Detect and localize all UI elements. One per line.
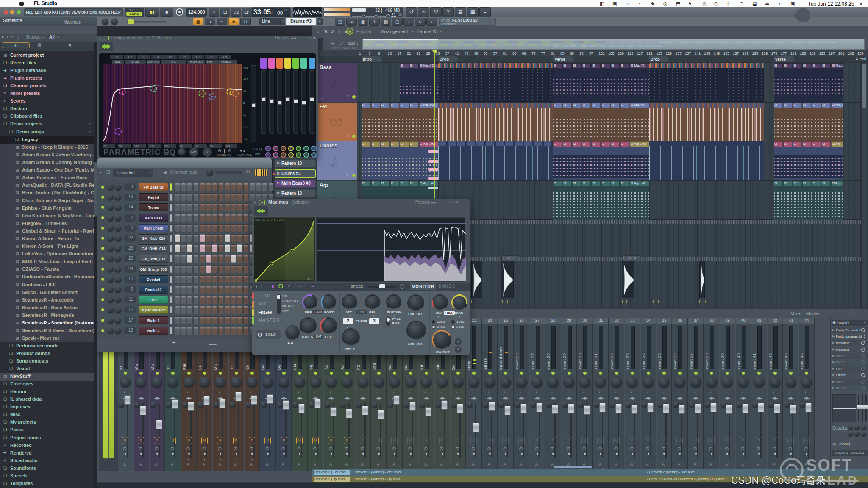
mixer-strip-clock-icon[interactable]: ◷ (582, 446, 586, 451)
mixer-strip-fader-handle[interactable] (473, 423, 479, 432)
mixer-strip[interactable]: 36Insert 36↕◀▶⚲◷A (672, 318, 687, 471)
mixer-strip-led[interactable] (757, 372, 761, 375)
channel-selector[interactable] (170, 214, 172, 222)
song-label[interactable]: SONG (126, 12, 142, 16)
mixer-strip-volume-knob[interactable] (579, 377, 590, 388)
mixer-strip-fader-handle[interactable] (758, 403, 764, 412)
mixer-strip-pan-icon[interactable]: ◀▶ (598, 396, 604, 400)
clip-header[interactable]: ⊟ Arp ..#2 (630, 181, 649, 186)
clip-header[interactable]: ⊟ (582, 141, 591, 147)
step-cell[interactable] (268, 183, 273, 191)
tray-icon-12[interactable]: ⬓ (752, 1, 757, 6)
mixer-strip-updown-icon[interactable]: ↕ (804, 390, 806, 393)
tray-icon-4[interactable]: ♞ (651, 1, 655, 6)
step-cell[interactable] (193, 306, 198, 314)
mixer-strip-name[interactable]: intro drums (499, 325, 503, 370)
eq-band-handle-2[interactable]: 2 (119, 88, 126, 95)
dry-level-chip[interactable]: Reeverb 2 (..ry level (314, 477, 350, 482)
mixer-strip-led[interactable] (139, 372, 143, 375)
clip-header[interactable]: ⊟ (563, 141, 572, 147)
step-cell[interactable] (193, 224, 198, 232)
mixer-strip-led[interactable] (235, 372, 238, 375)
eq-band-cap-2[interactable] (268, 58, 275, 69)
mixer-strip-updown-icon[interactable]: ↕ (298, 390, 299, 393)
mixer-strip-pan-icon[interactable]: ◀▶ (740, 396, 746, 400)
channel-pan-knob[interactable] (107, 235, 114, 241)
step-cell[interactable] (175, 203, 180, 211)
mixer-strip-name[interactable]: Snare (483, 325, 487, 370)
mixer-strip-led[interactable] (726, 372, 729, 375)
mixer-strip-pan-icon[interactable]: ◀▶ (471, 396, 477, 400)
step-cell[interactable] (175, 275, 180, 283)
track-led[interactable] (352, 174, 356, 177)
step-cell[interactable] (218, 327, 223, 335)
eq-band-slider-handle[interactable] (294, 99, 298, 103)
step-cell[interactable] (181, 255, 186, 263)
step-cell[interactable] (237, 316, 242, 324)
clip-chords-intro[interactable] (362, 141, 438, 180)
maximus-sat-chip[interactable]: SAT (314, 335, 323, 339)
mixer-strip-name[interactable]: Insert 41 (752, 325, 757, 370)
mixer-strip-fx-button[interactable]: ⚲ (154, 437, 160, 444)
panel-icon-0[interactable]: ◫ (335, 18, 345, 26)
mixer-strip-updown-icon[interactable]: ↕ (282, 390, 284, 393)
mixer-strip-stereo-knob[interactable] (800, 402, 805, 408)
clip-bass-drop-header[interactable] (438, 63, 553, 68)
mixer-strip-volume-knob[interactable] (310, 377, 321, 388)
mixer-strip[interactable]: 34Insert 34↕◀▶⚲◷A (641, 318, 656, 471)
mixer-strip-fader-handle[interactable] (235, 392, 242, 401)
eq-main-slider[interactable] (252, 103, 256, 107)
mixer-strip-fx-button[interactable]: ⚲ (249, 437, 255, 444)
track-header-chords[interactable]: Chords♪...♪ (317, 141, 357, 180)
browser-item[interactable]: ▤Asher Postman - Future Bass (0, 174, 94, 182)
browser-item[interactable]: ❏Speech (0, 472, 94, 480)
eq-bw-knob-6[interactable] (303, 152, 309, 158)
maximus-gain-chip[interactable]: GAIN (312, 310, 323, 314)
channel-vol-knob[interactable] (115, 204, 121, 211)
fx-slot-arrow[interactable]: ▶ (832, 360, 835, 364)
fx-slot[interactable]: ▶Slot 10 (832, 385, 868, 391)
maximus-att-knob[interactable] (342, 294, 357, 310)
clip-bass-intro[interactable] (400, 63, 438, 102)
step-cell[interactable] (231, 255, 236, 263)
channel-pan-knob[interactable] (107, 276, 114, 283)
eq-band-cap-5[interactable] (292, 58, 299, 69)
clip-header[interactable]: ⊟ (371, 103, 380, 108)
clip-header[interactable]: ⊟ (783, 141, 792, 147)
maximus-window-buttons[interactable]: ─ ▫ ✕ (448, 200, 459, 205)
mixer-strip-updown-icon[interactable]: ↕ (377, 390, 378, 393)
step-cell[interactable] (187, 214, 192, 222)
mixer-strip-fader-handle[interactable] (520, 404, 527, 413)
mixer-strip-updown-icon[interactable]: ↕ (488, 390, 490, 393)
fx-slot-arrow[interactable]: ▶ (832, 373, 835, 377)
mixer-strip[interactable]: 29Insert 29↕◀▶⚲◷A (562, 318, 577, 471)
mixer-strip[interactable]: 35Insert 35↕◀▶⚲◷A (657, 318, 672, 471)
maximus-band-low[interactable]: LOW (258, 293, 270, 298)
mixer-strip-updown-icon[interactable]: ↕ (551, 390, 553, 393)
mixer-strip-clock-icon[interactable]: ◷ (424, 446, 428, 451)
step-cell[interactable] (200, 275, 205, 283)
step-cell[interactable] (200, 255, 205, 263)
channel-pan-knob[interactable] (107, 307, 114, 313)
step-cell[interactable] (175, 306, 180, 314)
mixer-strip-clock-icon[interactable]: ◷ (250, 446, 253, 451)
browser-item[interactable]: ▤Chris Bulman & Sarju Jagai - No Escape (0, 197, 94, 205)
step-cell[interactable] (243, 327, 248, 335)
channel-led[interactable] (101, 268, 104, 271)
mixer-strip-pan-icon[interactable]: ◀▶ (503, 396, 509, 400)
mixer-strip-pan-icon[interactable]: ◀▶ (408, 396, 414, 400)
step-cell[interactable] (218, 203, 223, 211)
fx-slot[interactable]: ▶Edison (832, 372, 868, 378)
maximus-lmhmix-knob[interactable] (406, 321, 426, 340)
step-cell[interactable] (193, 203, 198, 211)
mixer-strip-updown-icon[interactable]: ↕ (456, 390, 458, 393)
panel-icon-7[interactable]: ↖ (415, 18, 426, 26)
step-cell[interactable] (193, 234, 198, 242)
mixer-strip-volume-knob[interactable] (690, 377, 701, 388)
snap-selector[interactable]: Line (259, 18, 282, 25)
mixer-strip-fader-handle[interactable] (679, 405, 685, 414)
maximus-collapse-arrow[interactable]: ▸ (254, 200, 256, 204)
mixer-strip-pan-icon[interactable]: ◀▶ (693, 396, 699, 400)
mixer-strip-clock-icon[interactable]: ◷ (234, 446, 238, 451)
browser-item[interactable]: ▤SeamlessR - Antecoder (0, 297, 94, 305)
